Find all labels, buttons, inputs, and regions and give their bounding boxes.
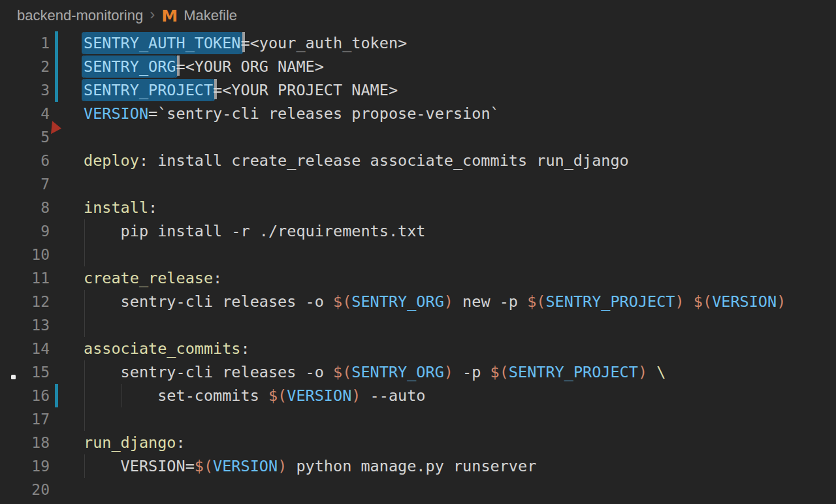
token-target: deploy xyxy=(84,151,139,170)
token-target: \ xyxy=(656,363,666,381)
code-line[interactable]: 2SENTRY_ORG=<YOUR ORG NAME> xyxy=(0,55,836,78)
token-substitution: ) xyxy=(675,292,684,311)
code-editor[interactable]: 1SENTRY_AUTH_TOKEN=<your_auth_token>2SEN… xyxy=(0,31,836,501)
code-line[interactable]: 17 xyxy=(0,407,836,431)
code-line[interactable]: 10 xyxy=(0,243,836,266)
token-text: sentry-cli releases -o xyxy=(84,292,333,311)
code-line[interactable]: 5 xyxy=(0,125,836,149)
token-text: pip install -r ./requirements.txt xyxy=(84,222,425,240)
indent-guide-icon xyxy=(84,407,85,431)
selected-text: SENTRY_AUTH_TOKEN xyxy=(84,32,241,54)
code-text: VERSION=$(VERSION) python manage.py runs… xyxy=(84,454,536,478)
code-text: deploy: install create_release associate… xyxy=(84,149,629,172)
token-text: : xyxy=(148,198,157,217)
token-text: python manage.py runserver xyxy=(287,457,536,475)
code-line[interactable]: 1SENTRY_AUTH_TOKEN=<your_auth_token> xyxy=(0,31,836,55)
code-line[interactable]: 18run_django: xyxy=(0,431,836,454)
line-number: 13 xyxy=(0,313,50,337)
token-substitution: $( xyxy=(195,457,213,475)
line-number: 3 xyxy=(0,78,50,102)
token-target: associate_commits xyxy=(84,339,241,358)
token-text: new -p xyxy=(453,292,527,311)
line-number: 15 xyxy=(0,360,50,384)
code-line[interactable]: 8install: xyxy=(0,196,836,219)
modified-line-indicator xyxy=(55,384,58,407)
token-variable: SENTRY_PROJECT xyxy=(509,363,638,381)
token-substitution: ) xyxy=(777,292,786,311)
token-text: -p xyxy=(453,363,490,381)
line-number: 7 xyxy=(0,172,50,196)
token-substitution: ) xyxy=(278,457,287,475)
line-number: 19 xyxy=(0,454,50,478)
line-number: 17 xyxy=(0,407,50,431)
line-number: 11 xyxy=(0,266,50,290)
makefile-icon: M xyxy=(161,7,178,25)
code-line[interactable]: 19 VERSION=$(VERSION) python manage.py r… xyxy=(0,454,836,478)
token-variable: VERSION xyxy=(712,292,777,311)
line-number: 10 xyxy=(0,243,50,266)
token-text xyxy=(684,292,694,311)
code-line[interactable]: 13 xyxy=(0,313,836,337)
token-text: sentry-cli releases -o xyxy=(84,363,333,381)
token-substitution: $( xyxy=(490,363,509,381)
code-line[interactable]: 3SENTRY_PROJECT=<YOUR PROJECT NAME> xyxy=(0,78,836,102)
token-target: run_django xyxy=(84,433,176,452)
code-line[interactable]: 16 set-commits $(VERSION) --auto xyxy=(0,384,836,407)
code-text: sentry-cli releases -o $(SENTRY_ORG) -p … xyxy=(84,360,666,384)
breadcrumb: backend-monitoring › M Makefile xyxy=(0,0,836,31)
code-text: SENTRY_PROJECT=<YOUR PROJECT NAME> xyxy=(84,78,398,102)
chevron-right-icon: › xyxy=(150,5,155,24)
code-line[interactable]: 6deploy: install create_release associat… xyxy=(0,149,836,172)
code-line[interactable]: 15 sentry-cli releases -o $(SENTRY_ORG) … xyxy=(0,360,836,384)
token-text: =`sentry-cli releases propose-version` xyxy=(148,104,500,123)
code-line[interactable]: 14associate_commits: xyxy=(0,337,836,360)
code-text: sentry-cli releases -o $(SENTRY_ORG) new… xyxy=(84,290,786,313)
line-number: 16 xyxy=(0,384,50,407)
token-text: : xyxy=(176,433,185,452)
breadcrumb-file[interactable]: Makefile xyxy=(184,7,237,24)
line-number: 20 xyxy=(0,478,50,501)
line-number: 8 xyxy=(0,196,50,219)
mouse-dot xyxy=(11,375,16,379)
code-line[interactable]: 20 xyxy=(0,478,836,501)
token-substitution: $( xyxy=(694,292,712,311)
code-line[interactable]: 12 sentry-cli releases -o $(SENTRY_ORG) … xyxy=(0,290,836,313)
token-text: set-commits xyxy=(84,386,268,405)
line-number: 1 xyxy=(0,31,50,55)
token-target: install xyxy=(84,198,148,217)
token-text: : install create_release associate_commi… xyxy=(139,151,629,170)
token-substitution: $( xyxy=(333,292,351,311)
token-substitution: $( xyxy=(333,363,351,381)
token-variable: VERSION xyxy=(213,457,278,475)
code-text: associate_commits: xyxy=(84,337,250,360)
code-line[interactable]: 9 pip install -r ./requirements.txt xyxy=(0,219,836,243)
code-line[interactable]: 4VERSION=`sentry-cli releases propose-ve… xyxy=(0,102,836,125)
token-text: : xyxy=(213,269,222,287)
token-text: --auto xyxy=(361,386,425,405)
token-substitution: ) xyxy=(351,386,361,405)
token-variable: SENTRY_ORG xyxy=(351,292,443,311)
line-number: 4 xyxy=(0,102,50,125)
code-line[interactable]: 7 xyxy=(0,172,836,196)
breadcrumb-folder[interactable]: backend-monitoring xyxy=(17,7,143,24)
code-text: run_django: xyxy=(84,431,185,454)
token-variable: SENTRY_ORG xyxy=(351,363,443,381)
line-number: 12 xyxy=(0,290,50,313)
selected-text: SENTRY_ORG xyxy=(84,55,176,78)
code-text: VERSION=`sentry-cli releases propose-ver… xyxy=(84,102,500,125)
line-number: 9 xyxy=(0,219,50,243)
token-text: =<your_auth_token> xyxy=(241,34,408,52)
token-substitution: ) xyxy=(444,363,453,381)
code-text: SENTRY_AUTH_TOKEN=<your_auth_token> xyxy=(84,31,407,55)
code-text: create_release: xyxy=(84,266,222,290)
code-text: set-commits $(VERSION) --auto xyxy=(84,384,426,407)
modified-line-indicator xyxy=(55,31,58,55)
token-text: : xyxy=(241,339,250,358)
code-line[interactable]: 11create_release: xyxy=(0,266,836,290)
code-text: SENTRY_ORG=<YOUR ORG NAME> xyxy=(84,55,324,78)
red-arrow-marker xyxy=(51,121,62,134)
token-text xyxy=(647,363,656,381)
code-text: install: xyxy=(84,196,157,219)
modified-line-indicator xyxy=(55,78,58,102)
token-substitution: ) xyxy=(444,292,453,311)
